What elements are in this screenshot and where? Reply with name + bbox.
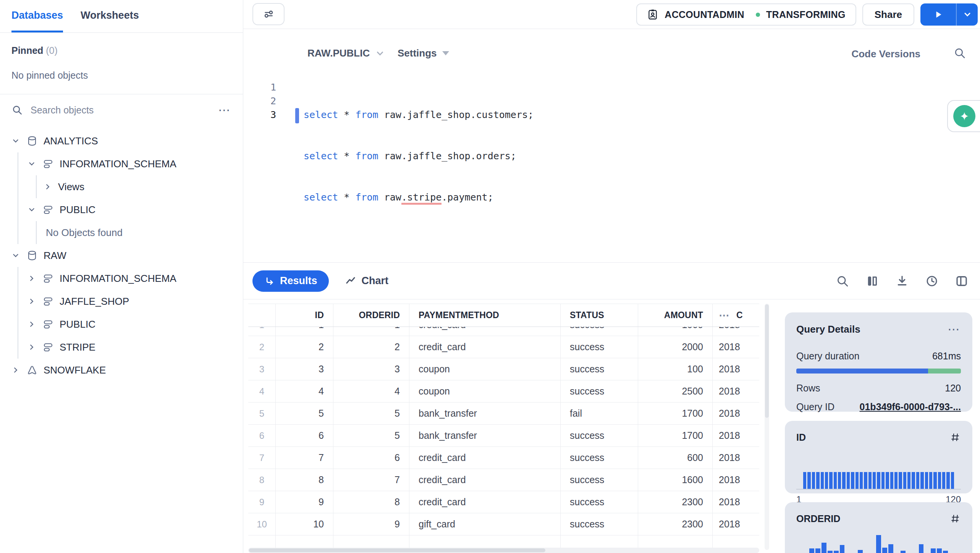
- share-button[interactable]: Share: [862, 3, 914, 26]
- rows-row: Rows 120: [796, 383, 961, 394]
- table-row[interactable]: 111credit_cardsuccess10002018: [248, 327, 759, 336]
- return-arrow-icon: [264, 276, 275, 286]
- execution-segment: [796, 369, 928, 374]
- column-stats-card-orderid[interactable]: ORDERID: [785, 502, 972, 553]
- chevron-right-icon[interactable]: [11, 366, 21, 374]
- copilot-suggestion-pill[interactable]: ✦ 1: [947, 100, 980, 132]
- run-options-button[interactable]: [957, 3, 978, 26]
- chevron-right-icon[interactable]: [43, 183, 53, 191]
- application-icon: [26, 364, 38, 376]
- search-objects-input[interactable]: Search objects ⋯: [0, 94, 243, 126]
- table-row[interactable]: 776credit_cardsuccess6002018: [248, 447, 759, 469]
- columns-button[interactable]: [865, 274, 879, 288]
- tab-results[interactable]: Results: [252, 270, 329, 292]
- run-button[interactable]: [920, 3, 957, 26]
- context-selector-button[interactable]: ACCOUNTADMIN TRANSFORMING: [636, 3, 856, 26]
- chevron-right-icon[interactable]: [27, 274, 37, 283]
- schema-icon: [42, 341, 54, 353]
- column-stats-card-id[interactable]: ID 1 120: [785, 421, 972, 493]
- query-details-title: Query Details: [796, 323, 860, 335]
- horizontal-scrollbar[interactable]: [248, 548, 759, 553]
- sql-code[interactable]: select * from raw.jaffle_shop.customers;…: [304, 81, 534, 232]
- code-line-1: select * from raw.jaffle_shop.customers;: [304, 108, 534, 122]
- table-row[interactable]: 998credit_cardsuccess23002018: [248, 491, 759, 513]
- table-row[interactable]: 10109gift_cardsuccess23002018: [248, 513, 759, 535]
- chevron-down-icon[interactable]: [11, 251, 21, 260]
- query-details-menu-icon[interactable]: ⋯: [948, 323, 961, 335]
- table-row[interactable]: 222credit_cardsuccess20002018: [248, 336, 759, 358]
- header-orderid[interactable]: ORDERID: [333, 304, 409, 327]
- tree-item-analytics[interactable]: ANALYTICS: [0, 129, 243, 152]
- tree-item-public[interactable]: PUBLIC: [0, 198, 243, 221]
- pinned-count: (0): [46, 45, 58, 56]
- chevron-right-icon[interactable]: [27, 343, 37, 351]
- settings-dropdown[interactable]: Settings: [398, 47, 449, 59]
- query-id-link[interactable]: 01b349f6-0000-d793-...: [860, 401, 961, 412]
- history-button[interactable]: [925, 274, 939, 288]
- header-status[interactable]: STATUS: [561, 304, 638, 327]
- results-actions: [836, 274, 969, 288]
- table-row[interactable]: 555bank_transferfail17002018: [248, 403, 759, 425]
- search-results-button[interactable]: [836, 274, 849, 288]
- split-panel-icon: [955, 274, 969, 288]
- table-row[interactable]: 444couponsuccess25002018: [248, 380, 759, 403]
- table-row[interactable]: 665bank_transfersuccess17002018: [248, 425, 759, 447]
- tab-chart[interactable]: Chart: [345, 275, 389, 287]
- editor-search-button[interactable]: [953, 47, 966, 60]
- number-column-icon: [949, 432, 961, 443]
- header-amount[interactable]: AMOUNT: [638, 304, 713, 327]
- worksheet-options-button[interactable]: [252, 3, 285, 25]
- chart-line-icon: [345, 275, 356, 287]
- download-button[interactable]: [895, 274, 909, 288]
- tree-item-jaffle-shop[interactable]: JAFFLE_SHOP: [0, 290, 243, 313]
- sql-editor[interactable]: RAW.PUBLIC Settings Code Versions 1 2 3 …: [243, 29, 980, 263]
- search-icon: [953, 47, 966, 60]
- tab-worksheets[interactable]: Worksheets: [81, 0, 139, 32]
- header-overflow[interactable]: ⋯C: [713, 304, 759, 327]
- tree-item-snowflake[interactable]: SNOWFLAKE: [0, 359, 243, 382]
- main-panel: ACCOUNTADMIN TRANSFORMING Share RAW.: [243, 0, 980, 553]
- chevron-down-icon[interactable]: [27, 160, 37, 168]
- table-body[interactable]: 111credit_cardsuccess10002018 222credit_…: [248, 327, 759, 548]
- compilation-segment: [928, 369, 961, 374]
- chevron-down-icon[interactable]: [27, 205, 37, 214]
- header-paymentmethod[interactable]: PAYMENTMETHOD: [409, 304, 561, 327]
- database-context-selector[interactable]: RAW.PUBLIC: [307, 47, 385, 59]
- tree-item-information-schema[interactable]: INFORMATION_SCHEMA: [0, 152, 243, 175]
- code-versions-link[interactable]: Code Versions: [851, 48, 920, 60]
- id-histogram[interactable]: [796, 456, 961, 490]
- chevron-right-icon[interactable]: [27, 297, 37, 306]
- warehouse-name: TRANSFORMING: [766, 9, 846, 20]
- columns-icon: [865, 274, 879, 288]
- error-underlined-token: .stripe: [401, 192, 441, 205]
- header-id[interactable]: ID: [276, 304, 333, 327]
- schema-icon: [42, 204, 54, 216]
- tree-item-stripe[interactable]: STRIPE: [0, 336, 243, 359]
- tree-item-raw[interactable]: RAW: [0, 244, 243, 267]
- download-icon: [895, 274, 909, 288]
- orderid-histogram[interactable]: [796, 535, 961, 553]
- caret-down-icon: [442, 51, 449, 55]
- schema-icon: [42, 318, 54, 330]
- tree-item-raw-information-schema[interactable]: INFORMATION_SCHEMA: [0, 267, 243, 290]
- schema-icon: [42, 272, 54, 285]
- sidebar-more-menu-icon[interactable]: ⋯: [218, 104, 231, 116]
- vertical-scrollbar[interactable]: [765, 304, 769, 550]
- tab-databases[interactable]: Databases: [11, 0, 63, 32]
- column-stats-title: ORDERID: [796, 513, 840, 524]
- scrollbar-thumb[interactable]: [765, 304, 769, 418]
- table-row[interactable]: 333couponsuccess1002018: [248, 358, 759, 380]
- query-duration-row: Query duration 681ms: [796, 351, 961, 362]
- table-row[interactable]: 887credit_cardsuccess16002018: [248, 469, 759, 491]
- tree-item-raw-public[interactable]: PUBLIC: [0, 313, 243, 336]
- scrollbar-thumb[interactable]: [249, 548, 545, 552]
- pinned-section: Pinned (0) No pinned objects: [0, 33, 243, 94]
- code-line-3: select * from raw.stripe.payment;: [304, 191, 534, 204]
- chevron-down-icon[interactable]: [11, 137, 21, 145]
- split-panel-button[interactable]: [955, 274, 969, 288]
- column-menu-icon[interactable]: ⋯: [719, 309, 730, 322]
- role-name: ACCOUNTADMIN: [665, 9, 744, 20]
- table-row-partial[interactable]: [248, 535, 759, 548]
- table-header-row: ID ORDERID PAYMENTMETHOD STATUS AMOUNT ⋯…: [248, 304, 759, 327]
- chevron-right-icon[interactable]: [27, 320, 37, 328]
